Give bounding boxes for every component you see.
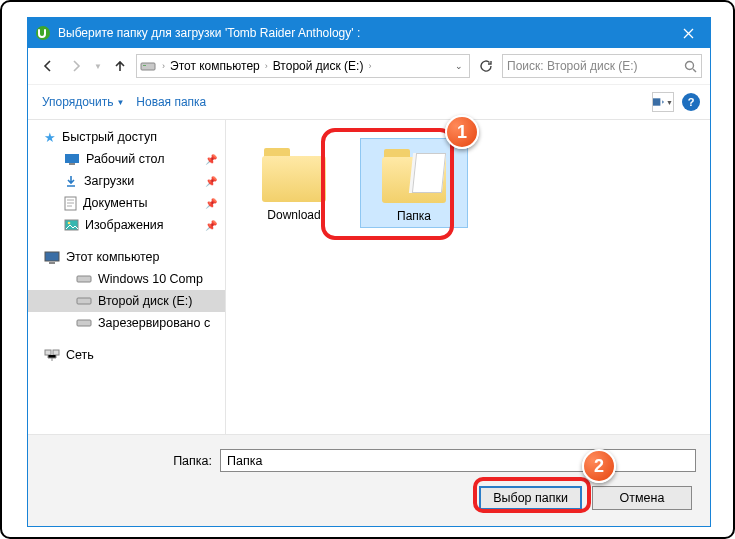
drive-icon	[76, 274, 92, 284]
drive-icon	[76, 296, 92, 306]
window-title: Выберите папку для загрузки 'Tomb Raider…	[58, 26, 666, 40]
folder-icon	[258, 144, 330, 202]
new-folder-button[interactable]: Новая папка	[132, 93, 210, 111]
svg-rect-16	[53, 350, 59, 355]
svg-point-3	[686, 61, 694, 69]
toolbar: Упорядочить ▼ Новая папка ▼ ?	[28, 84, 710, 120]
svg-rect-14	[77, 320, 91, 326]
svg-rect-4	[653, 98, 660, 105]
titlebar: Выберите папку для загрузки 'Tomb Raider…	[28, 18, 710, 48]
tree-documents[interactable]: Документы 📌	[28, 192, 225, 214]
drive-icon	[76, 318, 92, 328]
recent-dropdown[interactable]: ▼	[92, 54, 104, 78]
pin-icon: 📌	[205, 176, 217, 187]
outer-frame: Выберите папку для загрузки 'Tomb Raider…	[0, 0, 735, 539]
folder-field-label: Папка:	[42, 454, 212, 468]
breadcrumb-dropdown[interactable]: ⌄	[451, 61, 467, 71]
tree-quick-access[interactable]: ★ Быстрый доступ	[28, 126, 225, 148]
documents-icon	[64, 196, 77, 211]
svg-rect-2	[143, 65, 146, 66]
svg-rect-15	[45, 350, 51, 355]
tree-this-pc[interactable]: Этот компьютер	[28, 246, 225, 268]
folder-open-icon	[378, 145, 450, 203]
back-button[interactable]	[36, 54, 60, 78]
pictures-icon	[64, 219, 79, 231]
tree-desktop[interactable]: Рабочий стол 📌	[28, 148, 225, 170]
view-options-button[interactable]: ▼	[652, 92, 674, 112]
nav-tree: ★ Быстрый доступ Рабочий стол 📌 Загрузки…	[28, 120, 226, 434]
chevron-right-icon: ›	[262, 61, 271, 71]
tree-pictures[interactable]: Изображения 📌	[28, 214, 225, 236]
select-folder-button[interactable]: Выбор папки	[479, 486, 582, 510]
close-button[interactable]	[666, 18, 710, 48]
tree-drive-e[interactable]: Второй диск (E:)	[28, 290, 225, 312]
content-pane[interactable]: Download Папка	[226, 120, 710, 434]
forward-button[interactable]	[64, 54, 88, 78]
svg-rect-12	[77, 276, 91, 282]
breadcrumb-drive[interactable]: Второй диск (E:)	[273, 59, 364, 73]
up-button[interactable]	[108, 54, 132, 78]
folder-label: Папка	[361, 207, 467, 227]
breadcrumb[interactable]: › Этот компьютер › Второй диск (E:) › ⌄	[136, 54, 470, 78]
search-icon	[684, 60, 697, 73]
folder-item-papka[interactable]: Папка	[360, 138, 468, 228]
folder-input[interactable]	[220, 449, 696, 472]
drive-icon	[139, 57, 157, 75]
network-icon	[44, 349, 60, 362]
svg-point-9	[68, 222, 71, 225]
svg-rect-10	[45, 252, 59, 261]
refresh-button[interactable]	[474, 54, 498, 78]
pin-icon: 📌	[205, 154, 217, 165]
desktop-icon	[64, 153, 80, 165]
svg-rect-1	[141, 63, 155, 70]
pin-icon: 📌	[205, 220, 217, 231]
tree-win10[interactable]: Windows 10 Comp	[28, 268, 225, 290]
svg-rect-11	[49, 262, 55, 264]
utorrent-icon	[35, 25, 51, 41]
search-input[interactable]: Поиск: Второй диск (E:)	[502, 54, 702, 78]
dialog-window: Выберите папку для загрузки 'Tomb Raider…	[27, 17, 711, 527]
chevron-right-icon: ›	[365, 61, 374, 71]
footer: Папка: Выбор папки Отмена	[28, 434, 710, 526]
search-placeholder: Поиск: Второй диск (E:)	[507, 59, 680, 73]
nav-row: ▼ › Этот компьютер › Второй диск (E:) › …	[28, 48, 710, 84]
svg-rect-5	[65, 154, 79, 163]
body: ★ Быстрый доступ Рабочий стол 📌 Загрузки…	[28, 120, 710, 434]
chevron-down-icon: ▼	[116, 98, 124, 107]
help-button[interactable]: ?	[682, 93, 700, 111]
svg-rect-13	[77, 298, 91, 304]
organize-button[interactable]: Упорядочить ▼	[38, 93, 128, 111]
svg-rect-6	[69, 163, 75, 165]
breadcrumb-root[interactable]: Этот компьютер	[170, 59, 260, 73]
cancel-button[interactable]: Отмена	[592, 486, 692, 510]
folder-label: Download	[240, 206, 348, 226]
folder-item-download[interactable]: Download	[240, 138, 348, 226]
tree-downloads[interactable]: Загрузки 📌	[28, 170, 225, 192]
chevron-right-icon: ›	[159, 61, 168, 71]
pin-icon: 📌	[205, 198, 217, 209]
pc-icon	[44, 251, 60, 264]
download-icon	[64, 174, 78, 188]
tree-reserved[interactable]: Зарезервировано с	[28, 312, 225, 334]
tree-network[interactable]: Сеть	[28, 344, 225, 366]
star-icon: ★	[44, 130, 56, 145]
